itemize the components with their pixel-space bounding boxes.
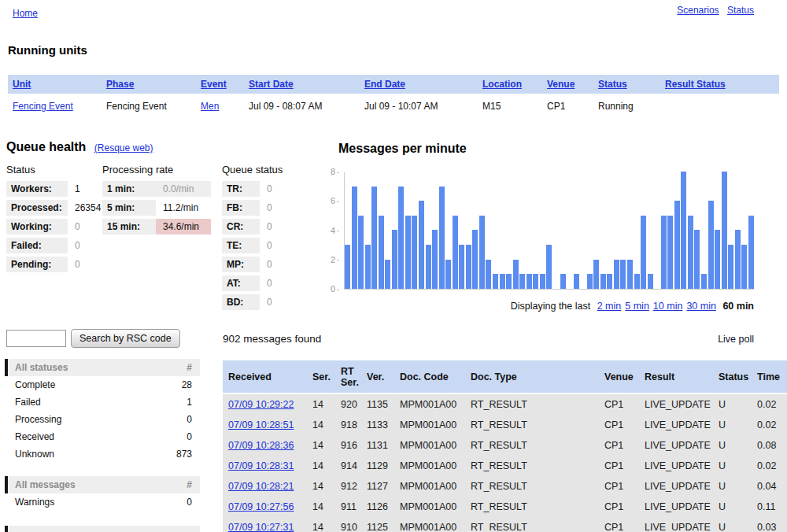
message-cell: 0.03	[752, 517, 787, 532]
chart-range-link[interactable]: 2 min	[597, 301, 622, 312]
sidebar-filter-count: 1	[187, 397, 192, 408]
ru-column-header-link[interactable]: Event	[201, 79, 227, 90]
message-cell: 0.02	[752, 456, 787, 476]
message-cell: RT_RESULT	[465, 435, 599, 456]
message-received-link[interactable]: 07/09 10:29:22	[228, 399, 294, 410]
chart-bar	[352, 187, 357, 289]
message-cell: 0.02	[752, 393, 787, 415]
sidebar-filter-row[interactable]: Unknown873	[5, 445, 200, 463]
message-received-link[interactable]: 07/09 10:28:51	[228, 419, 294, 430]
message-received-link[interactable]: 07/09 10:27:56	[228, 501, 294, 512]
search-by-rsc-button[interactable]: Search by RSC code	[71, 329, 180, 348]
ru-column-header-link[interactable]: Status	[598, 79, 627, 90]
sidebar-filter-row[interactable]: Processing0	[5, 411, 200, 428]
home-link[interactable]: Home	[13, 8, 38, 19]
message-cell: 910	[335, 517, 361, 532]
ru-column-header-link[interactable]: Start Date	[249, 79, 294, 90]
message-cell: 14	[307, 476, 335, 497]
message-cell: CP1	[599, 456, 639, 476]
message-cell: U	[713, 476, 752, 497]
sidebar-filter-count: 0	[187, 414, 192, 425]
message-received-link[interactable]: 07/09 10:28:31	[228, 460, 294, 471]
message-cell: LIVE_UPDATE	[639, 415, 713, 435]
message-cell: 0.11	[752, 497, 787, 517]
sidebar-filter-row[interactable]: Failed1	[5, 393, 200, 411]
message-cell: LIVE_UPDATE	[639, 476, 713, 497]
ru-cell: Jul 09 - 10:07 AM	[360, 94, 478, 119]
chart-bar	[587, 274, 593, 289]
ru-cell: Jul 09 - 08:07 AM	[244, 94, 360, 119]
message-cell: LIVE_UPDATE	[639, 435, 713, 456]
kv-value: 0	[68, 238, 108, 253]
chart-range-link[interactable]: 5 min	[625, 301, 649, 312]
kv-label: Pending:	[6, 257, 68, 272]
kv-row: Pending:0	[6, 257, 108, 272]
message-received-link[interactable]: 07/09 10:28:21	[228, 481, 294, 492]
chart-y-tick-label: 8	[322, 167, 339, 176]
chart-bar	[493, 274, 498, 289]
chart-y-tick-label: 4	[322, 226, 339, 235]
chart-bar	[627, 260, 633, 289]
chart-bar	[486, 260, 491, 289]
message-cell: 1133	[361, 415, 394, 435]
ru-cell-link[interactable]: Men	[201, 101, 219, 112]
chart-bar	[634, 274, 640, 289]
message-cell: RT_RESULT	[465, 497, 599, 517]
chart-bar	[674, 201, 680, 289]
ru-column-header-link[interactable]: Phase	[106, 79, 134, 90]
message-received-link[interactable]: 07/09 10:28:36	[228, 440, 294, 451]
ru-cell: Fencing Event	[102, 94, 196, 119]
queue-status-subtitle: Status	[6, 164, 35, 175]
sidebar-count-header: #	[187, 479, 192, 490]
chart-bar	[345, 245, 350, 289]
chart-range-link[interactable]: 10 min	[653, 301, 683, 312]
chart-bar	[365, 245, 371, 289]
message-cell: 14	[307, 456, 335, 476]
status-link[interactable]: Status	[727, 5, 754, 16]
ru-column-header: Status	[593, 75, 660, 94]
messages-table: ReceivedSer.RT Ser.Ver.Doc. CodeDoc. Typ…	[223, 360, 787, 532]
ru-cell: M15	[478, 94, 542, 119]
chart-bar	[426, 245, 431, 289]
processing-rate-subtitle: Processing rate	[102, 164, 173, 175]
kv-value: 0	[260, 294, 279, 310]
chart-range-link[interactable]: 30 min	[686, 301, 716, 312]
kv-label: Failed:	[6, 238, 68, 253]
queue-depth-table: TR:0FB:0CR:0TE:0MP:0AT:0BD:0	[222, 178, 279, 313]
message-cell: 914	[335, 456, 361, 476]
rsc-code-input[interactable]	[6, 330, 66, 347]
sidebar-filter-row[interactable]: Received0	[5, 428, 200, 445]
chart-bar	[519, 274, 525, 289]
message-cell: LIVE_UPDATE	[639, 393, 713, 415]
ru-column-header-link[interactable]: Result Status	[665, 79, 726, 90]
ru-cell	[660, 94, 779, 119]
kv-row: Workers:1	[6, 181, 108, 197]
chart-bar	[392, 230, 397, 289]
ru-column-header-link[interactable]: Location	[482, 79, 522, 90]
message-cell: U	[713, 415, 752, 435]
chart-range-selector: Displaying the last 2 min5 min10 min30 m…	[511, 301, 754, 312]
ru-column-header-link[interactable]: Venue	[547, 79, 575, 90]
chart-bar	[527, 274, 532, 289]
message-cell: 0.02	[752, 415, 787, 435]
sidebar-filter-label: Received	[15, 431, 54, 442]
chart-bar	[546, 245, 552, 289]
chart-bar	[715, 230, 720, 289]
chart-bar	[533, 274, 538, 289]
kv-value: 0.0/min	[156, 181, 211, 197]
message-row: 07/09 10:27:56149111126MPM001A00RT_RESUL…	[223, 497, 787, 517]
message-cell: 14	[307, 435, 335, 456]
resque-web-link[interactable]: (Resque web)	[94, 142, 153, 153]
scenarios-link[interactable]: Scenarios	[677, 5, 719, 16]
ru-cell-link[interactable]: Fencing Event	[13, 101, 73, 112]
chart-bar	[574, 274, 579, 289]
ru-column-header-link[interactable]: Unit	[13, 79, 31, 90]
message-cell: 1127	[361, 476, 394, 497]
sidebar-filter-row[interactable]: Complete28	[5, 376, 200, 393]
ru-column-header-link[interactable]: End Date	[364, 79, 405, 90]
message-cell: LIVE_UPDATE	[639, 517, 713, 532]
message-received-link[interactable]: 07/09 10:27:31	[228, 522, 294, 532]
message-cell: 911	[335, 497, 361, 517]
sidebar-filter-row[interactable]: Warnings0	[5, 493, 200, 511]
message-cell: 1131	[361, 435, 394, 456]
